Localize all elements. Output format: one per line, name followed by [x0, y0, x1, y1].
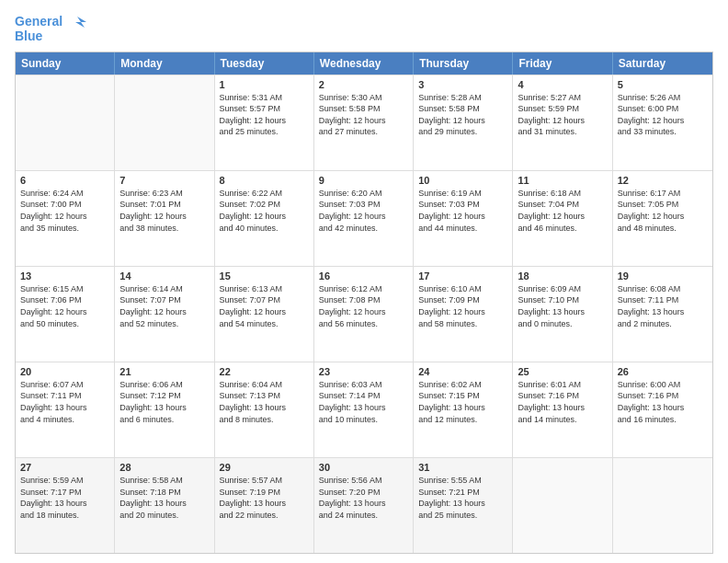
cell-details: Sunrise: 6:19 AMSunset: 7:03 PMDaylight:… — [418, 188, 507, 234]
cell-line-2: Daylight: 13 hours — [20, 498, 109, 510]
cell-line-1: Sunset: 7:11 PM — [618, 294, 708, 306]
cell-line-1: Sunset: 6:00 PM — [618, 103, 708, 115]
cell-line-0: Sunrise: 6:03 AM — [319, 379, 408, 391]
day-number: 1 — [220, 79, 309, 90]
cell-line-2: Daylight: 13 hours — [618, 306, 708, 318]
cell-line-2: Daylight: 12 hours — [418, 115, 507, 127]
cell-line-3: and 56 minutes. — [319, 318, 408, 330]
day-cell-20: 20Sunrise: 6:07 AMSunset: 7:11 PMDayligh… — [16, 362, 115, 457]
weekday-header-thursday: Thursday — [414, 52, 513, 75]
cell-line-2: Daylight: 12 hours — [418, 211, 507, 223]
cell-line-0: Sunrise: 5:31 AM — [220, 92, 309, 104]
cell-line-1: Sunset: 7:19 PM — [220, 487, 309, 499]
day-number: 27 — [20, 462, 109, 473]
day-number: 30 — [319, 462, 408, 473]
day-number: 22 — [220, 366, 309, 377]
week-row-4: 20Sunrise: 6:07 AMSunset: 7:11 PMDayligh… — [16, 362, 712, 457]
week-row-3: 13Sunrise: 6:15 AMSunset: 7:06 PMDayligh… — [16, 266, 712, 362]
cell-line-3: and 44 minutes. — [418, 223, 507, 235]
day-number: 13 — [20, 270, 109, 282]
day-number: 10 — [418, 175, 507, 186]
day-number: 9 — [319, 175, 408, 186]
day-cell-8: 8Sunrise: 6:22 AMSunset: 7:02 PMDaylight… — [215, 171, 314, 266]
weekday-header-sunday: Sunday — [16, 52, 115, 75]
day-number: 24 — [418, 366, 507, 377]
cell-line-1: Sunset: 7:03 PM — [418, 199, 507, 211]
day-cell-17: 17Sunrise: 6:10 AMSunset: 7:09 PMDayligh… — [414, 267, 513, 362]
cell-line-3: and 48 minutes. — [618, 223, 708, 235]
cell-line-3: and 18 minutes. — [20, 510, 109, 522]
cell-line-3: and 25 minutes. — [220, 126, 309, 138]
cell-line-0: Sunrise: 6:06 AM — [119, 379, 209, 391]
day-cell-25: 25Sunrise: 6:01 AMSunset: 7:16 PMDayligh… — [513, 362, 612, 457]
day-number: 2 — [319, 79, 408, 90]
cell-line-1: Sunset: 7:12 PM — [119, 390, 209, 402]
cell-details: Sunrise: 5:31 AMSunset: 5:57 PMDaylight:… — [220, 92, 309, 138]
day-number: 12 — [618, 175, 708, 186]
logo-general: General — [15, 14, 63, 29]
logo-bird-icon — [68, 15, 86, 29]
day-cell-3: 3Sunrise: 5:28 AMSunset: 5:58 PMDaylight… — [414, 75, 513, 170]
day-cell-12: 12Sunrise: 6:17 AMSunset: 7:05 PMDayligh… — [613, 171, 712, 266]
page: General Blue SundayMondayTuesdayWednesda… — [0, 0, 728, 563]
cell-line-1: Sunset: 7:14 PM — [319, 390, 408, 402]
cell-line-2: Daylight: 12 hours — [220, 115, 309, 127]
cell-details: Sunrise: 6:04 AMSunset: 7:13 PMDaylight:… — [220, 379, 309, 425]
cell-details: Sunrise: 6:10 AMSunset: 7:09 PMDaylight:… — [418, 283, 507, 329]
day-cell-18: 18Sunrise: 6:09 AMSunset: 7:10 PMDayligh… — [513, 267, 612, 362]
calendar: SundayMondayTuesdayWednesdayThursdayFrid… — [15, 52, 713, 554]
cell-line-2: Daylight: 12 hours — [319, 211, 408, 223]
day-number: 15 — [220, 270, 309, 282]
cell-line-2: Daylight: 13 hours — [119, 402, 209, 414]
cell-line-2: Daylight: 12 hours — [20, 211, 109, 223]
day-cell-4: 4Sunrise: 5:27 AMSunset: 5:59 PMDaylight… — [513, 75, 612, 170]
cell-line-0: Sunrise: 6:07 AM — [20, 379, 109, 391]
cell-line-3: and 40 minutes. — [220, 223, 309, 235]
cell-line-3: and 38 minutes. — [119, 223, 209, 235]
cell-details: Sunrise: 6:23 AMSunset: 7:01 PMDaylight:… — [119, 188, 209, 234]
cell-line-2: Daylight: 12 hours — [319, 306, 408, 318]
day-number: 3 — [418, 79, 507, 90]
cell-line-1: Sunset: 7:10 PM — [518, 294, 607, 306]
cell-line-0: Sunrise: 6:08 AM — [618, 283, 708, 295]
cell-line-3: and 27 minutes. — [319, 126, 408, 138]
cell-line-3: and 20 minutes. — [119, 510, 209, 522]
day-cell-6: 6Sunrise: 6:24 AMSunset: 7:00 PMDaylight… — [16, 171, 115, 266]
day-number: 18 — [518, 270, 607, 282]
cell-details: Sunrise: 5:28 AMSunset: 5:58 PMDaylight:… — [418, 92, 507, 138]
cell-details: Sunrise: 6:17 AMSunset: 7:05 PMDaylight:… — [618, 188, 708, 234]
logo-text: General — [15, 15, 86, 29]
cell-line-3: and 31 minutes. — [518, 126, 607, 138]
day-number: 6 — [20, 175, 109, 186]
day-cell-21: 21Sunrise: 6:06 AMSunset: 7:12 PMDayligh… — [115, 362, 214, 457]
day-number: 25 — [518, 366, 607, 377]
cell-line-3: and 25 minutes. — [418, 510, 507, 522]
cell-details: Sunrise: 6:24 AMSunset: 7:00 PMDaylight:… — [20, 188, 109, 234]
cell-details: Sunrise: 6:18 AMSunset: 7:04 PMDaylight:… — [518, 188, 607, 234]
day-cell-14: 14Sunrise: 6:14 AMSunset: 7:07 PMDayligh… — [115, 267, 214, 362]
cell-line-2: Daylight: 13 hours — [220, 402, 309, 414]
cell-line-2: Daylight: 12 hours — [518, 211, 607, 223]
day-cell-26: 26Sunrise: 6:00 AMSunset: 7:16 PMDayligh… — [613, 362, 712, 457]
day-number: 29 — [220, 462, 309, 473]
day-cell-29: 29Sunrise: 5:57 AMSunset: 7:19 PMDayligh… — [215, 458, 314, 553]
cell-details: Sunrise: 5:56 AMSunset: 7:20 PMDaylight:… — [319, 475, 408, 521]
cell-details: Sunrise: 6:03 AMSunset: 7:14 PMDaylight:… — [319, 379, 408, 425]
cell-details: Sunrise: 5:58 AMSunset: 7:18 PMDaylight:… — [119, 475, 209, 521]
cell-line-3: and 46 minutes. — [518, 223, 607, 235]
cell-line-3: and 14 minutes. — [518, 414, 607, 426]
cell-line-2: Daylight: 13 hours — [418, 498, 507, 510]
cell-line-0: Sunrise: 6:23 AM — [119, 188, 209, 200]
cell-details: Sunrise: 5:59 AMSunset: 7:17 PMDaylight:… — [20, 475, 109, 521]
cell-line-2: Daylight: 12 hours — [418, 306, 507, 318]
cell-line-2: Daylight: 12 hours — [518, 115, 607, 127]
day-number: 19 — [618, 270, 708, 282]
day-number: 11 — [518, 175, 607, 186]
cell-line-3: and 16 minutes. — [618, 414, 708, 426]
cell-line-2: Daylight: 13 hours — [319, 402, 408, 414]
cell-details: Sunrise: 6:02 AMSunset: 7:15 PMDaylight:… — [418, 379, 507, 425]
cell-line-0: Sunrise: 6:19 AM — [418, 188, 507, 200]
day-cell-9: 9Sunrise: 6:20 AMSunset: 7:03 PMDaylight… — [314, 171, 414, 266]
day-number: 31 — [418, 462, 507, 473]
cell-details: Sunrise: 5:27 AMSunset: 5:59 PMDaylight:… — [518, 92, 607, 138]
